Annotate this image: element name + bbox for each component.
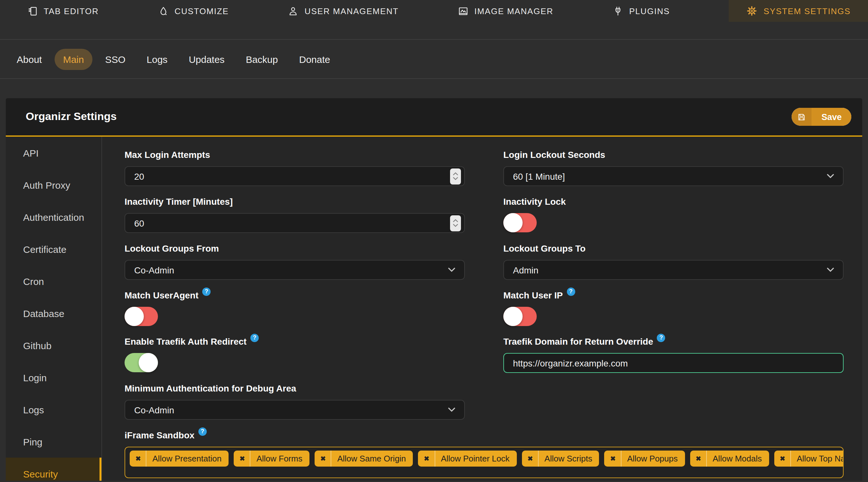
tag-remove-icon[interactable]: ✖ bbox=[130, 455, 146, 462]
image-manager-icon bbox=[458, 5, 469, 17]
save-button[interactable]: Save bbox=[792, 108, 851, 126]
tag-label: Allow Presentation bbox=[146, 451, 228, 467]
sandbox-tag: ✖Allow Popups bbox=[604, 451, 685, 467]
sidebar-item-logs[interactable]: Logs bbox=[6, 393, 101, 425]
field-match-user-ip: Match User IP? bbox=[503, 290, 844, 326]
field-match-useragent: Match UserAgent? bbox=[125, 290, 465, 326]
tag-remove-icon[interactable]: ✖ bbox=[234, 455, 250, 462]
field-label: Inactivity Timer [Minutes] bbox=[125, 196, 233, 207]
field-iframe-sandbox: iFrame Sandbox? ✖Allow Presentation✖Allo… bbox=[125, 430, 844, 478]
nav-item-label: SYSTEM SETTINGS bbox=[764, 6, 851, 16]
min-auth-debug-select[interactable]: Co-Admin bbox=[125, 400, 465, 420]
save-icon bbox=[792, 108, 812, 126]
tag-label: Allow Scripts bbox=[538, 451, 599, 467]
plugins-icon bbox=[613, 5, 623, 17]
nav-item-plugins[interactable]: PLUGINS bbox=[613, 0, 670, 22]
sidebar-item-ping[interactable]: Ping bbox=[6, 425, 101, 458]
chevron-down-icon bbox=[827, 268, 834, 272]
sandbox-tag: ✖Allow Pointer Lock bbox=[418, 451, 517, 467]
field-label: Match UserAgent bbox=[125, 290, 198, 301]
help-icon[interactable]: ? bbox=[657, 334, 665, 342]
tab-about[interactable]: About bbox=[8, 49, 50, 70]
nav-item-tab-editor[interactable]: TAB EDITOR bbox=[27, 0, 99, 22]
help-icon[interactable]: ? bbox=[250, 334, 259, 342]
tag-remove-icon[interactable]: ✖ bbox=[418, 455, 435, 462]
form-grid: Max Login Attempts Login Lockout Seconds bbox=[125, 150, 844, 373]
tab-main[interactable]: Main bbox=[55, 49, 92, 70]
sandbox-tag: ✖Allow Presentation bbox=[130, 451, 228, 467]
tag-label: Allow Forms bbox=[250, 451, 309, 467]
login-lockout-seconds-select[interactable]: 60 [1 Minute] bbox=[503, 166, 844, 186]
number-spinner[interactable] bbox=[450, 168, 461, 184]
iframe-sandbox-tagbox[interactable]: ✖Allow Presentation✖Allow Forms✖Allow Sa… bbox=[125, 447, 844, 478]
nav-item-label: CUSTOMIZE bbox=[175, 6, 229, 16]
field-login-lockout-seconds: Login Lockout Seconds 60 [1 Minute] bbox=[503, 150, 844, 186]
tab-donate[interactable]: Donate bbox=[291, 49, 339, 70]
inactivity-lock-toggle[interactable] bbox=[503, 213, 537, 232]
match-user-ip-toggle[interactable] bbox=[503, 307, 537, 326]
nav-item-system-settings[interactable]: SYSTEM SETTINGS bbox=[729, 0, 868, 22]
tag-remove-icon[interactable]: ✖ bbox=[315, 455, 331, 462]
toggle-knob bbox=[503, 307, 523, 326]
tag-remove-icon[interactable]: ✖ bbox=[690, 455, 706, 462]
help-icon[interactable]: ? bbox=[566, 288, 575, 296]
tag-label: Allow Top Navigation bbox=[790, 451, 844, 467]
top-nav: TAB EDITORCUSTOMIZEUSER MANAGEMENTIMAGE … bbox=[0, 0, 868, 22]
toggle-knob bbox=[139, 353, 158, 372]
field-min-auth-debug: Minimum Authentication for Debug Area Co… bbox=[125, 383, 465, 420]
help-icon[interactable]: ? bbox=[202, 288, 211, 296]
select-value: 60 [1 Minute] bbox=[513, 171, 565, 181]
nav-item-image-manager[interactable]: IMAGE MANAGER bbox=[458, 0, 553, 22]
nav-item-label: PLUGINS bbox=[629, 6, 670, 16]
sidebar-item-api[interactable]: API bbox=[6, 137, 101, 169]
sidebar-item-github[interactable]: Github bbox=[6, 329, 101, 361]
field-label: Lockout Groups To bbox=[503, 243, 586, 254]
field-inactivity-lock: Inactivity Lock bbox=[503, 196, 844, 233]
tag-remove-icon[interactable]: ✖ bbox=[522, 455, 538, 462]
field-label: Lockout Groups From bbox=[125, 243, 219, 254]
tag-remove-icon[interactable]: ✖ bbox=[774, 455, 790, 462]
tab-updates[interactable]: Updates bbox=[180, 49, 233, 70]
field-label: Match User IP bbox=[503, 290, 563, 301]
tag-label: Allow Pointer Lock bbox=[434, 451, 517, 467]
select-value: Co-Admin bbox=[134, 405, 174, 415]
settings-subnav: AboutMainSSOLogsUpdatesBackupDonate bbox=[0, 40, 868, 79]
field-enable-traefik-auth-redirect: Enable Traefik Auth Redirect? bbox=[125, 336, 465, 373]
enable-traefik-auth-redirect-toggle[interactable] bbox=[125, 353, 158, 372]
sidebar-item-database[interactable]: Database bbox=[6, 297, 101, 329]
nav-item-label: IMAGE MANAGER bbox=[474, 6, 553, 16]
sidebar-item-authentication[interactable]: Authentication bbox=[6, 201, 101, 233]
nav-item-user-management[interactable]: USER MANAGEMENT bbox=[288, 0, 399, 22]
tag-label: Allow Popups bbox=[621, 451, 685, 467]
lockout-groups-from-select[interactable]: Co-Admin bbox=[125, 260, 465, 280]
nav-item-customize[interactable]: CUSTOMIZE bbox=[158, 0, 229, 22]
chevron-up-icon bbox=[453, 219, 458, 222]
panel-header: Organizr Settings Save bbox=[6, 98, 862, 137]
sidebar-item-cron[interactable]: Cron bbox=[6, 265, 101, 297]
tab-logs[interactable]: Logs bbox=[138, 49, 176, 70]
chevron-down-icon bbox=[827, 174, 834, 179]
help-icon[interactable]: ? bbox=[198, 427, 207, 436]
chevron-down-icon bbox=[453, 224, 458, 227]
organizr-app: TAB EDITORCUSTOMIZEUSER MANAGEMENTIMAGE … bbox=[0, 0, 868, 482]
sidebar-item-certificate[interactable]: Certificate bbox=[6, 233, 101, 265]
inactivity-timer-input[interactable] bbox=[125, 213, 465, 233]
chevron-down-icon bbox=[448, 268, 455, 272]
tab-sso[interactable]: SSO bbox=[97, 49, 133, 70]
number-spinner[interactable] bbox=[450, 215, 461, 231]
sandbox-tag: ✖Allow Same Origin bbox=[315, 451, 413, 467]
tag-remove-icon[interactable]: ✖ bbox=[604, 455, 621, 462]
select-value: Admin bbox=[513, 265, 538, 275]
sidebar-item-security[interactable]: Security bbox=[6, 458, 101, 481]
traefik-domain-input[interactable] bbox=[503, 353, 844, 373]
sidebar-item-auth-proxy[interactable]: Auth Proxy bbox=[6, 169, 101, 201]
nav-item-label: TAB EDITOR bbox=[44, 6, 99, 16]
sidebar-item-login[interactable]: Login bbox=[6, 361, 101, 393]
tab-backup[interactable]: Backup bbox=[238, 49, 286, 70]
match-useragent-toggle[interactable] bbox=[125, 307, 158, 326]
max-login-attempts-input[interactable] bbox=[125, 166, 465, 186]
user-management-icon bbox=[288, 5, 299, 17]
lockout-groups-to-select[interactable]: Admin bbox=[503, 260, 844, 280]
tag-label: Allow Same Origin bbox=[331, 451, 413, 467]
field-max-login-attempts: Max Login Attempts bbox=[125, 150, 465, 186]
